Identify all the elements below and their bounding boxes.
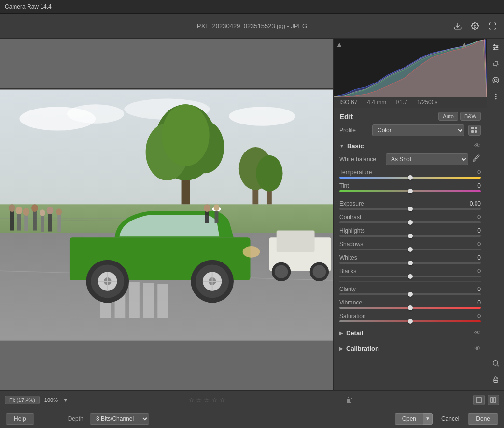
- trash-button[interactable]: 🗑: [346, 396, 353, 404]
- saturation-thumb[interactable]: [408, 319, 413, 324]
- saturation-value: 0: [464, 313, 481, 319]
- clarity-thumb[interactable]: [408, 292, 413, 297]
- star-5[interactable]: ☆: [219, 396, 225, 404]
- svg-point-61: [214, 204, 220, 211]
- whites-label-row: Whites 0: [339, 254, 481, 261]
- whites-slider-row: Whites 0: [339, 254, 481, 264]
- open-dropdown-button[interactable]: ▼: [423, 413, 433, 425]
- more-options-button[interactable]: [489, 90, 503, 103]
- vibrance-thumb[interactable]: [408, 305, 413, 310]
- exposure-value: 0.00: [464, 200, 481, 207]
- svg-point-50: [31, 204, 38, 212]
- saturation-slider-row: Saturation 0: [339, 313, 481, 322]
- svg-rect-22: [129, 282, 140, 318]
- top-bar-actions: [451, 19, 499, 33]
- saturation-label: Saturation: [339, 313, 366, 319]
- tint-label: Tint: [339, 182, 349, 189]
- divider-1: [339, 196, 481, 196]
- edit-panel: Edit Auto B&W Profile Color Adobe Color …: [334, 108, 487, 390]
- right-section: ▲ ▲: [333, 39, 504, 390]
- tint-thumb[interactable]: [408, 189, 413, 193]
- crop-panel-button[interactable]: [489, 57, 503, 70]
- svg-line-85: [497, 365, 499, 366]
- right-side-icons: [487, 39, 504, 390]
- basic-title: Basic: [347, 142, 364, 150]
- shadows-label: Shadows: [339, 241, 363, 248]
- top-bar: PXL_20230429_023515523.jpg - JPEG: [0, 14, 504, 39]
- svg-rect-43: [10, 209, 14, 230]
- footer-right: Open ▼ Cancel Done: [395, 413, 498, 425]
- svg-rect-24: [157, 284, 168, 318]
- calibration-section-header[interactable]: ▶ Calibration 👁: [339, 342, 481, 355]
- temperature-thumb[interactable]: [408, 175, 413, 180]
- clarity-label-row: Clarity 0: [339, 286, 481, 292]
- svg-rect-72: [475, 130, 477, 133]
- vibrance-track: [339, 307, 481, 309]
- blacks-thumb[interactable]: [408, 274, 413, 279]
- temperature-value: 0: [464, 169, 481, 176]
- basic-section-header[interactable]: ▼ Basic 👁: [339, 141, 481, 151]
- detail-chevron-icon: ▶: [339, 331, 343, 336]
- depth-select[interactable]: 8 Bits/Channel 16 Bits/Channel 32 Bits/C…: [90, 413, 149, 425]
- content-area: ▲ ▲: [0, 39, 504, 390]
- download-button[interactable]: [451, 19, 464, 33]
- bw-button[interactable]: B&W: [460, 112, 481, 121]
- exposure-slider-row: Exposure 0.00: [339, 200, 481, 210]
- photo-svg: [0, 88, 333, 341]
- single-view-button[interactable]: [473, 395, 485, 405]
- profile-select[interactable]: Color Adobe Color Adobe Landscape Adobe …: [372, 124, 464, 136]
- fit-zoom-button[interactable]: Fit (17.4%): [5, 396, 40, 404]
- detail-visibility-icon[interactable]: 👁: [474, 329, 481, 337]
- calibration-visibility-icon[interactable]: 👁: [474, 345, 481, 352]
- shadows-thumb[interactable]: [408, 247, 413, 252]
- zoom-tool-button[interactable]: [489, 357, 503, 370]
- eyedropper-button[interactable]: [471, 153, 481, 165]
- auto-button[interactable]: Auto: [438, 112, 458, 121]
- local-adjustments-button[interactable]: [489, 73, 503, 87]
- help-button[interactable]: Help: [6, 413, 34, 425]
- contrast-thumb[interactable]: [408, 220, 413, 225]
- vibrance-label: Vibrance: [339, 299, 362, 306]
- detail-title-row: ▶ Detail: [339, 330, 363, 337]
- exif-aperture: f/1.7: [396, 99, 407, 106]
- settings-button[interactable]: [468, 19, 482, 33]
- shadows-value: 0: [464, 241, 481, 248]
- profile-grid-button[interactable]: [468, 125, 481, 136]
- highlights-label: Highlights: [339, 227, 365, 234]
- basic-title-row: ▼ Basic: [339, 142, 364, 150]
- exposure-thumb[interactable]: [408, 207, 413, 211]
- svg-rect-49: [33, 209, 37, 230]
- svg-point-84: [493, 361, 497, 365]
- whites-thumb[interactable]: [408, 261, 413, 265]
- star-2[interactable]: ☆: [196, 396, 202, 404]
- open-button[interactable]: Open: [395, 413, 423, 425]
- saturation-label-row: Saturation 0: [339, 313, 481, 319]
- white-balance-label: White balance: [339, 156, 383, 163]
- svg-point-52: [40, 209, 45, 216]
- zoom-dropdown-button[interactable]: ▼: [63, 397, 69, 403]
- cancel-button[interactable]: Cancel: [436, 414, 464, 424]
- star-3[interactable]: ☆: [204, 396, 210, 404]
- svg-point-82: [495, 96, 496, 97]
- detail-section-header[interactable]: ▶ Detail 👁: [339, 326, 481, 340]
- open-button-group: Open ▼: [395, 413, 433, 425]
- contrast-label-row: Contrast 0: [339, 214, 481, 221]
- zoom-percentage: 100%: [44, 397, 58, 403]
- basic-chevron-icon: ▼: [339, 143, 344, 149]
- fullscreen-button[interactable]: [486, 19, 499, 33]
- compare-view-button[interactable]: [488, 395, 499, 405]
- hist-overflow-left-icon: ▲: [336, 41, 343, 49]
- white-balance-select[interactable]: As Shot Auto Daylight Cloudy Shade Tungs…: [386, 153, 468, 165]
- done-button[interactable]: Done: [468, 413, 498, 425]
- star-1[interactable]: ☆: [188, 396, 195, 404]
- svg-point-76: [494, 45, 495, 46]
- basic-visibility-icon[interactable]: 👁: [474, 142, 481, 150]
- svg-point-80: [494, 79, 497, 81]
- highlights-thumb[interactable]: [408, 234, 413, 238]
- hand-tool-button[interactable]: [489, 373, 503, 387]
- svg-point-42: [243, 246, 260, 258]
- star-4[interactable]: ☆: [211, 396, 218, 404]
- adjustments-panel-button[interactable]: [489, 41, 503, 54]
- temperature-slider-row: Temperature 0: [339, 169, 481, 179]
- blacks-label: Blacks: [339, 268, 356, 275]
